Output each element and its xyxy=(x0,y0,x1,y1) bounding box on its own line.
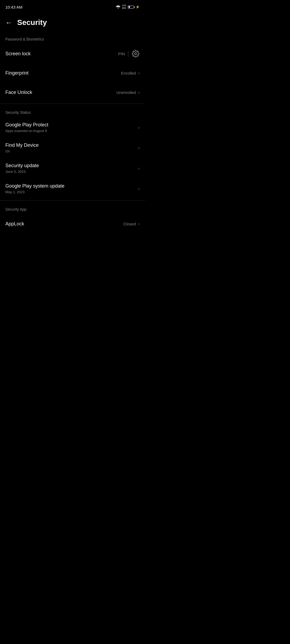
svg-point-0 xyxy=(135,53,137,55)
charging-icon: ⚡ xyxy=(136,5,140,9)
security-update-chevron: › xyxy=(138,166,140,171)
item-right-find-my-device: › xyxy=(138,145,140,150)
network-speed: 413 B/S xyxy=(122,4,126,10)
item-right-google-play-protect: › xyxy=(138,125,140,130)
settings-item-applock[interactable]: AppLock Closed › xyxy=(0,214,145,233)
find-my-device-subtitle: On xyxy=(5,149,39,153)
google-play-system-update-subtitle: May 1, 2023 xyxy=(5,190,64,194)
google-play-system-update-title: Google Play system update xyxy=(5,183,64,189)
item-left-fingerprint: Fingerprint xyxy=(5,70,28,76)
battery-indicator: ⚡ xyxy=(128,5,140,9)
header: ← Security xyxy=(0,13,145,32)
applock-value: Closed xyxy=(123,222,136,226)
item-left-security-update: Security update June 5, 2023 xyxy=(5,163,39,174)
section-password-biometrics: Password & Biometrics Screen lock PIN Fi… xyxy=(0,32,145,102)
section-security-status: Security Status Google Play Protect Apps… xyxy=(0,105,145,199)
item-right-security-update: › xyxy=(138,166,140,171)
divider-2 xyxy=(0,200,145,201)
face-unlock-title: Face Unlock xyxy=(5,90,32,95)
settings-item-google-play-protect[interactable]: Google Play Protect Apps scanned on Augu… xyxy=(0,117,145,138)
wifi-icon xyxy=(116,5,121,9)
divider-1 xyxy=(0,104,145,104)
google-play-protect-subtitle: Apps scanned on August 8 xyxy=(5,129,48,133)
item-left-find-my-device: Find My Device On xyxy=(5,142,39,153)
item-left-face-unlock: Face Unlock xyxy=(5,90,32,95)
google-play-protect-title: Google Play Protect xyxy=(5,122,48,128)
fingerprint-value: Enrolled xyxy=(121,71,136,75)
settings-item-face-unlock[interactable]: Face Unlock Unenrolled › xyxy=(0,83,145,102)
applock-title: AppLock xyxy=(5,221,24,227)
status-bar: 10:43 AM 413 B/S ⚡ xyxy=(0,0,145,13)
item-left-google-play-protect: Google Play Protect Apps scanned on Augu… xyxy=(5,122,48,133)
back-button[interactable]: ← xyxy=(5,19,12,26)
security-update-subtitle: June 5, 2023 xyxy=(5,170,39,174)
find-my-device-chevron: › xyxy=(138,145,140,150)
screen-lock-right: PIN xyxy=(118,50,140,58)
screen-lock-value: PIN xyxy=(118,52,125,56)
find-my-device-title: Find My Device xyxy=(5,142,39,148)
item-left-screen-lock: Screen lock xyxy=(5,51,31,57)
settings-item-screen-lock[interactable]: Screen lock PIN xyxy=(0,44,145,63)
status-time: 10:43 AM xyxy=(5,5,22,9)
security-update-title: Security update xyxy=(5,163,39,169)
section-label-security-app: Security App xyxy=(0,202,145,214)
screen-lock-title: Screen lock xyxy=(5,51,31,57)
item-right-applock: Closed › xyxy=(123,221,140,226)
google-play-protect-chevron: › xyxy=(138,125,140,130)
section-label-security-status: Security Status xyxy=(0,105,145,117)
page-title: Security xyxy=(17,18,47,27)
battery-tip xyxy=(134,6,135,8)
battery-fill xyxy=(129,6,130,8)
face-unlock-value: Unenrolled xyxy=(116,90,136,95)
settings-item-fingerprint[interactable]: Fingerprint Enrolled › xyxy=(0,63,145,83)
status-icons: 413 B/S ⚡ xyxy=(116,4,140,10)
section-security-app: Security App AppLock Closed › xyxy=(0,202,145,233)
vertical-divider xyxy=(128,51,128,57)
item-right-fingerprint: Enrolled › xyxy=(121,71,140,75)
applock-chevron: › xyxy=(138,221,140,226)
item-left-applock: AppLock xyxy=(5,221,24,227)
fingerprint-chevron: › xyxy=(138,71,140,75)
google-play-system-update-chevron: › xyxy=(138,186,140,191)
settings-item-find-my-device[interactable]: Find My Device On › xyxy=(0,138,145,158)
section-label-password-biometrics: Password & Biometrics xyxy=(0,32,145,44)
item-right-google-play-system-update: › xyxy=(138,186,140,191)
face-unlock-chevron: › xyxy=(138,90,140,95)
settings-item-google-play-system-update[interactable]: Google Play system update May 1, 2023 › xyxy=(0,178,145,199)
gear-settings-icon[interactable] xyxy=(132,50,140,58)
battery-body xyxy=(128,6,134,9)
item-left-google-play-system-update: Google Play system update May 1, 2023 xyxy=(5,183,64,194)
settings-item-security-update[interactable]: Security update June 5, 2023 › xyxy=(0,158,145,178)
item-right-face-unlock: Unenrolled › xyxy=(116,90,140,95)
fingerprint-title: Fingerprint xyxy=(5,70,28,76)
